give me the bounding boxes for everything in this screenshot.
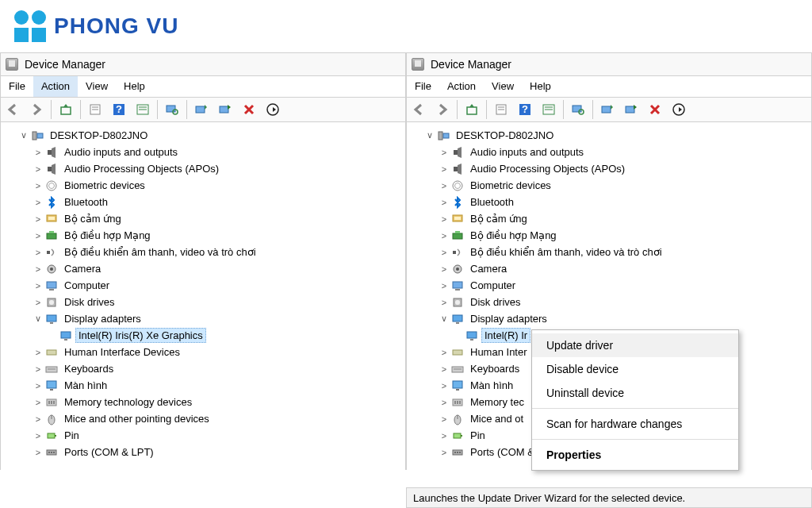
expand-icon[interactable]: > [33, 264, 44, 274]
tree-node[interactable]: >Bộ điều hợp Mạng [410, 227, 808, 244]
tb-uninstall-icon[interactable] [644, 98, 666, 121]
tree-node[interactable]: >Camera [4, 260, 402, 277]
tree-node[interactable]: >Audio Processing Objects (APOs) [4, 160, 402, 177]
tb-update-icon[interactable] [596, 98, 619, 121]
expand-icon[interactable]: > [439, 164, 450, 174]
tree-node[interactable]: >Bộ điều hợp Mạng [4, 227, 402, 244]
tree-node[interactable]: >Keyboards [4, 360, 402, 377]
menu-action[interactable]: Action [439, 76, 484, 97]
tb-properties-icon[interactable] [490, 98, 512, 121]
tree-root[interactable]: ∨DESKTOP-D802JNO [4, 127, 402, 144]
tree-node[interactable]: >Bluetooth [4, 194, 402, 210]
tb-list-icon[interactable] [538, 98, 560, 121]
expand-icon[interactable]: > [439, 348, 450, 357]
expand-icon[interactable]: > [33, 281, 44, 291]
tb-up-icon[interactable] [55, 98, 77, 121]
menu-help[interactable]: Help [116, 76, 153, 97]
expand-icon[interactable]: > [33, 198, 44, 207]
tree-node[interactable]: ∨Display adapters [410, 310, 808, 327]
tb-update-icon[interactable] [190, 98, 213, 121]
tree-node[interactable]: >Bluetooth [410, 194, 808, 210]
expand-icon[interactable]: > [33, 248, 44, 257]
menu-help[interactable]: Help [522, 76, 559, 97]
menu-action[interactable]: Action [33, 76, 78, 97]
menu-view[interactable]: View [78, 76, 116, 97]
ctx-disable-device[interactable]: Disable device [532, 357, 738, 381]
expand-icon[interactable]: > [33, 181, 44, 190]
tree-node[interactable]: >Computer [410, 277, 808, 294]
expand-icon[interactable]: > [439, 448, 450, 457]
expand-icon[interactable]: > [439, 198, 450, 207]
collapse-icon[interactable]: ∨ [424, 130, 435, 140]
expand-icon[interactable]: > [33, 414, 44, 424]
tree-node[interactable]: >Mice and other pointing devices [4, 410, 402, 427]
tb-scan-icon[interactable] [161, 98, 183, 121]
tb-disable-icon[interactable] [214, 98, 236, 121]
expand-icon[interactable]: > [439, 148, 450, 157]
expand-icon[interactable]: > [33, 214, 44, 224]
expand-icon[interactable]: > [33, 148, 44, 157]
tb-help-icon[interactable]: ? [514, 98, 536, 121]
expand-icon[interactable]: > [439, 248, 450, 257]
expand-icon[interactable]: ∨ [439, 314, 450, 324]
expand-icon[interactable]: > [33, 448, 44, 457]
tree-node[interactable]: >Camera [410, 260, 808, 277]
expand-icon[interactable]: > [33, 398, 44, 407]
expand-icon[interactable]: > [439, 264, 450, 274]
menu-view[interactable]: View [484, 76, 522, 97]
tb-scan-icon[interactable] [567, 98, 589, 121]
tb-back-icon[interactable] [2, 98, 24, 121]
tree-node[interactable]: >Disk drives [410, 294, 808, 310]
ctx-properties[interactable]: Properties [532, 443, 738, 467]
expand-icon[interactable]: > [439, 414, 450, 424]
device-tree[interactable]: ∨DESKTOP-D802JNO>Audio inputs and output… [0, 122, 406, 470]
expand-icon[interactable]: > [33, 381, 44, 391]
expand-icon[interactable]: > [439, 281, 450, 291]
tree-leaf[interactable]: Intel(R) Iris(R) Xe Graphics [4, 327, 402, 344]
expand-icon[interactable]: > [439, 431, 450, 441]
expand-icon[interactable]: > [33, 164, 44, 174]
tree-node[interactable]: >Bộ điều khiển âm thanh, video và trò ch… [410, 244, 808, 260]
expand-icon[interactable]: > [33, 364, 44, 374]
expand-icon[interactable]: ∨ [33, 314, 44, 324]
tb-forward-icon[interactable] [431, 98, 454, 121]
tree-node[interactable]: >Bộ điều khiển âm thanh, video và trò ch… [4, 244, 402, 260]
tb-help-icon[interactable]: ? [108, 98, 130, 121]
tree-node[interactable]: >Biometric devices [410, 177, 808, 194]
tree-node[interactable]: >Bộ cảm ứng [4, 210, 402, 227]
tree-node[interactable]: >Biometric devices [4, 177, 402, 194]
tree-node[interactable]: >Audio Processing Objects (APOs) [410, 160, 808, 177]
expand-icon[interactable]: > [439, 214, 450, 224]
ctx-update-driver[interactable]: Update driver [532, 333, 738, 357]
tb-enable-icon[interactable] [262, 98, 284, 121]
expand-icon[interactable]: > [33, 431, 44, 441]
tb-uninstall-icon[interactable] [238, 98, 260, 121]
tree-node[interactable]: ∨Display adapters [4, 310, 402, 327]
tree-node[interactable]: >Computer [4, 277, 402, 294]
tree-root[interactable]: ∨DESKTOP-D802JNO [410, 127, 808, 144]
expand-icon[interactable]: > [439, 364, 450, 374]
menu-file[interactable]: File [407, 76, 439, 97]
tree-node[interactable]: >Disk drives [4, 294, 402, 310]
tree-node[interactable]: >Ports (COM & LPT) [4, 444, 402, 460]
expand-icon[interactable]: > [33, 231, 44, 241]
tree-node[interactable]: >Memory technology devices [4, 394, 402, 410]
expand-icon[interactable]: > [439, 381, 450, 391]
menu-file[interactable]: File [1, 76, 33, 97]
tree-node[interactable]: >Audio inputs and outputs [410, 144, 808, 160]
tb-properties-icon[interactable] [84, 98, 106, 121]
tree-node[interactable]: >Audio inputs and outputs [4, 144, 402, 160]
collapse-icon[interactable]: ∨ [18, 130, 29, 140]
tb-list-icon[interactable] [132, 98, 154, 121]
ctx-uninstall-device[interactable]: Uninstall device [532, 381, 738, 405]
expand-icon[interactable]: > [439, 298, 450, 307]
tree-node[interactable]: >Human Interface Devices [4, 344, 402, 360]
expand-icon[interactable]: > [439, 398, 450, 407]
expand-icon[interactable]: > [439, 181, 450, 190]
expand-icon[interactable]: > [33, 348, 44, 357]
tb-back-icon[interactable] [408, 98, 430, 121]
ctx-scan-hardware[interactable]: Scan for hardware changes [532, 412, 738, 436]
tb-forward-icon[interactable] [25, 98, 48, 121]
tb-up-icon[interactable] [461, 98, 483, 121]
expand-icon[interactable]: > [439, 231, 450, 241]
